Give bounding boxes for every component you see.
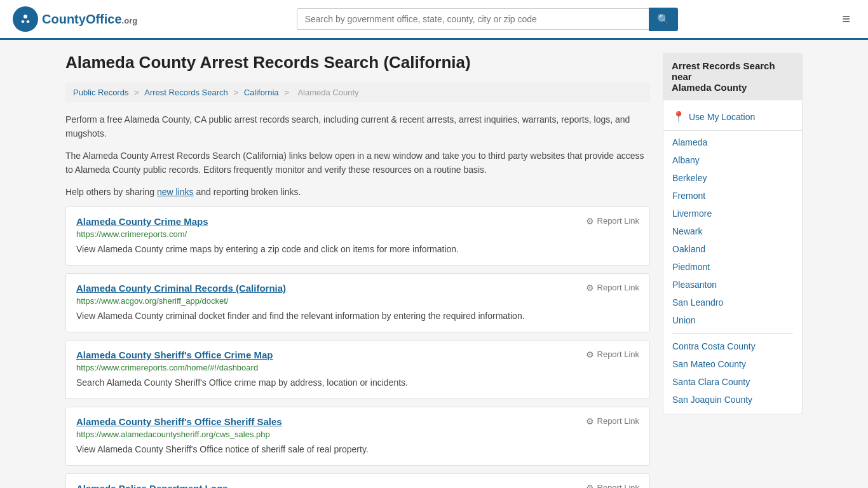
- report-icon-3: ⚙: [586, 416, 594, 426]
- logo-name-part1: County: [42, 12, 86, 26]
- result-card: Alameda County Crime Maps ⚙ Report Link …: [65, 207, 650, 266]
- logo-area: CountyOffice.org: [13, 6, 137, 32]
- report-link-label-0: Report Link: [597, 216, 639, 226]
- results-list: Alameda County Crime Maps ⚙ Report Link …: [65, 207, 650, 488]
- result-desc-2: Search Alameda County Sheriff's Office c…: [76, 376, 639, 390]
- breadcrumb-sep-2: >: [233, 88, 240, 97]
- sidebar-title: Arrest Records Search near Alameda Count…: [663, 53, 803, 100]
- sidebar-city-5[interactable]: Newark: [663, 222, 802, 240]
- result-title-1[interactable]: Alameda County Criminal Records (Califor…: [76, 283, 286, 294]
- logo-name-part2: Office: [86, 12, 122, 26]
- result-desc-1: View Alameda County criminal docket find…: [76, 309, 639, 323]
- page-title: Alameda County Arrest Records Search (Ca…: [65, 53, 650, 72]
- result-card-header: Alameda County Sheriff's Office Crime Ma…: [76, 349, 639, 360]
- result-card-header: Alameda County Sheriff's Office Sheriff …: [76, 416, 639, 427]
- sidebar-county-0[interactable]: Contra Costa County: [663, 337, 802, 355]
- sidebar-county-2[interactable]: Santa Clara County: [663, 373, 802, 391]
- report-icon-4: ⚙: [586, 483, 594, 488]
- sidebar-content: 📍 Use My Location AlamedaAlbanyBerkeleyF…: [663, 100, 803, 414]
- breadcrumb-alameda-county: Alameda County: [297, 88, 358, 97]
- sidebar-title-line1: Arrest Records Search near: [672, 60, 775, 82]
- result-url-0[interactable]: https://www.crimereports.com/: [76, 229, 639, 239]
- sidebar-city-4[interactable]: Livermore: [663, 205, 802, 222]
- result-title-0[interactable]: Alameda County Crime Maps: [76, 216, 208, 227]
- description-para2: The Alameda County Arrest Records Search…: [65, 149, 650, 177]
- sidebar-county-1[interactable]: San Mateo County: [663, 355, 802, 373]
- sidebar-city-3[interactable]: Fremont: [663, 187, 802, 205]
- logo-icon: [13, 6, 38, 32]
- sidebar-city-6[interactable]: Oakland: [663, 240, 802, 258]
- search-button[interactable]: 🔍: [649, 8, 678, 31]
- report-icon-2: ⚙: [586, 349, 594, 360]
- sidebar-title-line2: Alameda County: [672, 82, 747, 93]
- sidebar-city-2[interactable]: Berkeley: [663, 169, 802, 187]
- hamburger-menu-button[interactable]: ≡: [837, 8, 855, 30]
- result-card: Alameda County Sheriff's Office Crime Ma…: [65, 340, 650, 399]
- result-desc-0: View Alameda County crime maps by enteri…: [76, 243, 639, 256]
- result-card: Alameda County Sheriff's Office Sheriff …: [65, 407, 650, 466]
- breadcrumb-sep-1: >: [134, 88, 141, 97]
- result-card: Alameda Police Department Logs ⚙ Report …: [65, 473, 650, 488]
- para3-prefix: Help others by sharing: [65, 187, 157, 197]
- report-icon-0: ⚙: [586, 216, 594, 226]
- breadcrumb-sep-3: >: [284, 88, 291, 97]
- para3-suffix: and reporting broken links.: [194, 187, 301, 197]
- sidebar-cities: AlamedaAlbanyBerkeleyFremontLivermoreNew…: [663, 133, 802, 329]
- result-url-2[interactable]: https://www.crimereports.com/home/#!/das…: [76, 363, 639, 372]
- report-link-button-3[interactable]: ⚙ Report Link: [586, 416, 639, 426]
- svg-point-3: [27, 20, 30, 23]
- sidebar-city-0[interactable]: Alameda: [663, 133, 802, 151]
- search-icon: 🔍: [657, 14, 670, 25]
- sidebar-county-3[interactable]: San Joaquin County: [663, 391, 802, 409]
- report-link-label-1: Report Link: [597, 283, 639, 292]
- logo-suffix: .org: [122, 16, 138, 25]
- header: CountyOffice.org 🔍 ≡: [0, 0, 868, 40]
- svg-point-2: [22, 20, 25, 23]
- result-desc-3: View Alameda County Sheriff's Office not…: [76, 443, 639, 456]
- sidebar-counties: Contra Costa CountySan Mateo CountySanta…: [663, 337, 802, 409]
- result-title-3[interactable]: Alameda County Sheriff's Office Sheriff …: [76, 416, 282, 427]
- report-icon-1: ⚙: [586, 283, 594, 293]
- sidebar-city-8[interactable]: Pleasanton: [663, 276, 802, 294]
- svg-point-1: [24, 15, 27, 18]
- sidebar-city-9[interactable]: San Leandro: [663, 294, 802, 311]
- breadcrumb: Public Records > Arrest Records Search >…: [65, 83, 650, 102]
- result-card-header: Alameda Police Department Logs ⚙ Report …: [76, 483, 639, 488]
- report-link-button-4[interactable]: ⚙ Report Link: [586, 483, 639, 488]
- result-card: Alameda County Criminal Records (Califor…: [65, 273, 650, 332]
- description-para3: Help others by sharing new links and rep…: [65, 185, 650, 199]
- sidebar-divider-1: [663, 130, 802, 131]
- main-container: Alameda County Arrest Records Search (Ca…: [53, 40, 815, 488]
- report-link-button-0[interactable]: ⚙ Report Link: [586, 216, 639, 226]
- sidebar-city-1[interactable]: Albany: [663, 151, 802, 169]
- report-link-label-3: Report Link: [597, 416, 639, 426]
- breadcrumb-california[interactable]: California: [244, 88, 279, 97]
- use-my-location-button[interactable]: 📍 Use My Location: [663, 105, 802, 128]
- breadcrumb-public-records[interactable]: Public Records: [73, 88, 128, 97]
- sidebar-section-divider: [672, 333, 793, 334]
- content-area: Alameda County Arrest Records Search (Ca…: [65, 53, 650, 488]
- sidebar-city-7[interactable]: Piedmont: [663, 258, 802, 276]
- new-links-link[interactable]: new links: [157, 187, 194, 197]
- result-url-3[interactable]: https://www.alamedacountysheriff.org/cws…: [76, 430, 639, 439]
- report-link-button-2[interactable]: ⚙ Report Link: [586, 349, 639, 360]
- result-card-header: Alameda County Crime Maps ⚙ Report Link: [76, 216, 639, 227]
- description-para1: Perform a free Alameda County, CA public…: [65, 112, 650, 141]
- logo-text: CountyOffice.org: [42, 12, 137, 27]
- hamburger-icon: ≡: [842, 11, 850, 27]
- breadcrumb-arrest-records[interactable]: Arrest Records Search: [144, 88, 228, 97]
- report-link-label-4: Report Link: [597, 483, 639, 488]
- report-link-button-1[interactable]: ⚙ Report Link: [586, 283, 639, 293]
- sidebar-city-10[interactable]: Union: [663, 311, 802, 329]
- use-my-location-label: Use My Location: [689, 112, 755, 122]
- result-title-2[interactable]: Alameda County Sheriff's Office Crime Ma…: [76, 349, 273, 360]
- search-input[interactable]: [297, 8, 649, 30]
- result-title-4[interactable]: Alameda Police Department Logs: [76, 483, 227, 488]
- sidebar: Arrest Records Search near Alameda Count…: [663, 53, 803, 488]
- result-url-1[interactable]: https://www.acgov.org/sheriff_app/docket…: [76, 296, 639, 306]
- report-link-label-2: Report Link: [597, 349, 639, 359]
- location-pin-icon: 📍: [672, 111, 685, 123]
- search-area: 🔍: [297, 8, 678, 31]
- result-card-header: Alameda County Criminal Records (Califor…: [76, 283, 639, 294]
